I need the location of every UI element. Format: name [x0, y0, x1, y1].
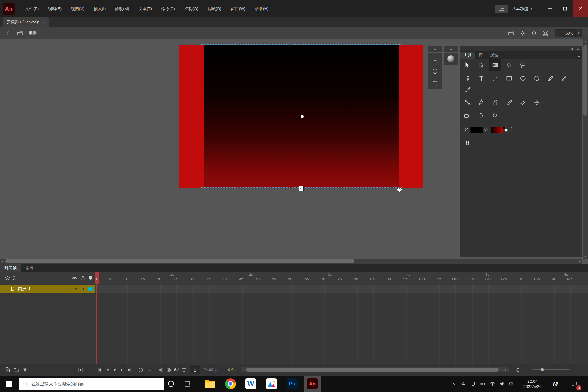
- reset-timeline-zoom-button[interactable]: [513, 366, 522, 374]
- elapsed-time-display[interactable]: 0.0 s: [228, 367, 236, 372]
- new-layer-button[interactable]: [3, 366, 12, 374]
- lock-all-icon[interactable]: [80, 275, 86, 281]
- menu-item[interactable]: 插入(I): [89, 0, 110, 17]
- eyedropper-tool[interactable]: [503, 97, 515, 109]
- close-panel-icon[interactable]: ×: [577, 47, 579, 51]
- oval-tool[interactable]: [517, 72, 529, 84]
- hidden-icons-chevron[interactable]: [449, 376, 458, 392]
- scroll-down-icon[interactable]: ▾: [583, 254, 588, 259]
- tab-properties[interactable]: 属性: [486, 52, 502, 59]
- minimize-button[interactable]: [542, 0, 558, 17]
- tab-tools[interactable]: 工具: [460, 52, 475, 59]
- maximize-button[interactable]: [558, 0, 573, 17]
- panel-menu-icon[interactable]: ≡: [577, 54, 580, 59]
- tab-output[interactable]: 输出: [21, 264, 38, 272]
- animate-button-active[interactable]: An: [304, 376, 321, 392]
- zoom-dropdown-arrow[interactable]: ▾: [576, 29, 582, 37]
- layer-frames-row[interactable]: [95, 285, 588, 293]
- start-button[interactable]: [0, 376, 18, 392]
- wps-button[interactable]: W: [242, 376, 259, 392]
- zoom-level-value[interactable]: 50%: [555, 29, 576, 37]
- ink-bottle-tool[interactable]: [489, 97, 501, 109]
- eraser-tool[interactable]: [517, 97, 529, 109]
- battery-tray-icon[interactable]: [478, 376, 487, 392]
- vertical-scrollbar-thumb[interactable]: [583, 45, 587, 116]
- empty-frames-area[interactable]: [95, 293, 588, 364]
- loop-playback-button[interactable]: [136, 366, 145, 374]
- menu-item[interactable]: 控制(O): [180, 0, 203, 17]
- new-folder-button[interactable]: [12, 366, 21, 374]
- clip-content-icon[interactable]: [542, 30, 549, 36]
- parent-view-icon[interactable]: [4, 275, 10, 281]
- delete-layer-button[interactable]: [21, 366, 29, 374]
- close-button[interactable]: [573, 0, 588, 17]
- gradient-rotate-handle[interactable]: [397, 187, 402, 192]
- line-tool[interactable]: [489, 72, 501, 84]
- pencil-tool[interactable]: [545, 72, 557, 84]
- timeline-scroll-right-icon[interactable]: ▸: [504, 367, 509, 372]
- rectangle-tool[interactable]: [503, 72, 515, 84]
- menu-item[interactable]: 编辑(E): [43, 0, 66, 17]
- transform-panel-button[interactable]: [428, 77, 442, 89]
- menu-item[interactable]: 修改(M): [110, 0, 134, 17]
- collapse-panel-icon[interactable]: «: [571, 47, 573, 51]
- scroll-right-icon[interactable]: ▸: [577, 259, 582, 264]
- sync-tray-icon[interactable]: [458, 376, 468, 392]
- menu-item[interactable]: 文件(F): [21, 0, 43, 17]
- selection-tool[interactable]: [461, 59, 473, 71]
- layer-name[interactable]: 图层_1: [18, 286, 31, 292]
- show-hide-all-eye-icon[interactable]: [72, 275, 78, 281]
- gradient-bounds-line-top[interactable]: [201, 44, 402, 45]
- prev-keyframe-icon[interactable]: ◂: [65, 287, 67, 291]
- timeline-frames-area[interactable]: 1s2s3s4s5s6s 151015202530354045505560657…: [95, 272, 588, 364]
- display-tray-icon[interactable]: [468, 376, 477, 392]
- pen-tool[interactable]: [462, 72, 474, 84]
- gradient-center-handle[interactable]: [301, 115, 304, 118]
- expand-panels-button[interactable]: »: [428, 46, 442, 52]
- camera-tool[interactable]: [461, 110, 473, 122]
- scene-label[interactable]: 场景 1: [29, 30, 40, 36]
- modify-markers-button[interactable]: [180, 366, 188, 374]
- scroll-up-icon[interactable]: ▴: [583, 39, 588, 44]
- current-frame-display[interactable]: 1: [190, 366, 200, 374]
- workspace-switcher-button[interactable]: 基本功能 ▾: [495, 5, 532, 13]
- vertical-scrollbar[interactable]: ▴ ▾: [583, 39, 588, 259]
- photoshop-button[interactable]: Ps: [283, 376, 301, 392]
- tab-timeline[interactable]: 时间轴: [0, 264, 21, 272]
- menu-item[interactable]: 视图(V): [66, 0, 89, 17]
- playhead-home-marker-icon[interactable]: [88, 276, 92, 280]
- menu-item[interactable]: 文本(T): [134, 0, 157, 17]
- polystar-tool[interactable]: [531, 72, 543, 84]
- task-view-button[interactable]: [180, 376, 195, 392]
- layer-lock-dot[interactable]: [83, 288, 84, 290]
- magic-wand-tool[interactable]: [503, 59, 515, 71]
- timeline-zoom-out-button[interactable]: [523, 366, 531, 374]
- center-stage-icon[interactable]: [531, 30, 537, 36]
- cortana-button[interactable]: [164, 376, 178, 392]
- file-explorer-button[interactable]: [201, 376, 219, 392]
- bone-tool[interactable]: [462, 97, 474, 109]
- timeline-zoom-in-button[interactable]: [572, 366, 580, 374]
- wifi-tray-icon[interactable]: [488, 376, 497, 392]
- document-tab[interactable]: 无标题-1 (Canvas)* ×: [3, 17, 49, 27]
- zoom-tool[interactable]: [489, 110, 501, 122]
- center-frame-button[interactable]: [76, 366, 85, 374]
- text-tool[interactable]: T: [475, 72, 487, 84]
- menu-item[interactable]: 命令(C): [157, 0, 180, 17]
- loop-range-button[interactable]: [145, 366, 154, 374]
- gradient-transform-tool[interactable]: [489, 59, 501, 71]
- hand-tool[interactable]: [475, 110, 487, 122]
- ime-m-icon[interactable]: M: [550, 376, 561, 392]
- go-to-last-frame-button[interactable]: [125, 366, 134, 374]
- lasso-tool[interactable]: [517, 59, 529, 71]
- info-panel-button[interactable]: [428, 65, 442, 77]
- next-keyframe-icon[interactable]: ▸: [69, 287, 71, 291]
- timeline-zoom-slider-knob[interactable]: [541, 368, 544, 371]
- expand-panels-button[interactable]: »: [444, 46, 458, 52]
- timeline-scroll-left-icon[interactable]: ◂: [241, 367, 246, 372]
- horizontal-scrollbar[interactable]: ◂ ▸: [0, 259, 582, 264]
- menu-item[interactable]: 调试(D): [203, 0, 226, 17]
- paint-bucket-tool[interactable]: [475, 97, 487, 109]
- gradient-width-handle[interactable]: [299, 186, 304, 191]
- fluid-brush-tool[interactable]: [462, 84, 474, 96]
